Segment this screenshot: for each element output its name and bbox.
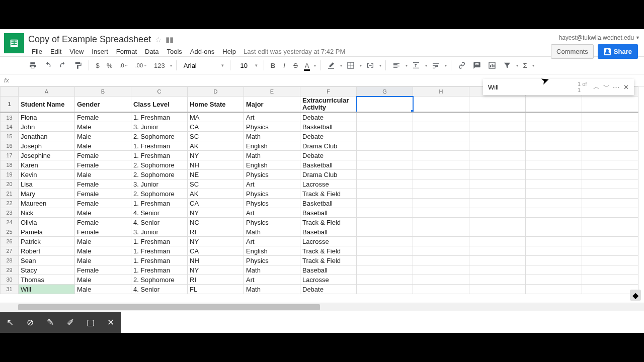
comments-button[interactable]: Comments bbox=[551, 44, 594, 59]
column-header-A[interactable]: A bbox=[19, 87, 75, 97]
cell[interactable]: NY bbox=[188, 237, 244, 246]
cell[interactable]: 2. Sophomore bbox=[131, 189, 188, 199]
text-wrap-button[interactable] bbox=[429, 59, 442, 71]
row-header[interactable]: 1 bbox=[1, 97, 19, 113]
cell[interactable]: Sean bbox=[19, 256, 75, 265]
select-all-corner[interactable] bbox=[1, 87, 19, 97]
header-cell[interactable]: ExtracurricularActivity bbox=[300, 97, 357, 113]
pen-tool-icon[interactable]: ✎ bbox=[43, 317, 58, 328]
menu-data[interactable]: Data bbox=[141, 47, 162, 56]
sheets-logo[interactable] bbox=[4, 33, 24, 53]
font-size-select[interactable] bbox=[234, 61, 260, 70]
cell[interactable]: English bbox=[244, 246, 300, 256]
cell[interactable]: Baseball bbox=[300, 208, 357, 218]
cell[interactable]: 3. Junior bbox=[131, 122, 188, 132]
cell[interactable]: Female bbox=[75, 227, 131, 237]
cell[interactable]: Female bbox=[75, 179, 131, 189]
cell[interactable]: NY bbox=[188, 151, 244, 160]
cell[interactable]: SC bbox=[188, 179, 244, 189]
cell[interactable]: English bbox=[244, 141, 300, 151]
cell[interactable]: Female bbox=[75, 160, 131, 170]
cell[interactable]: Art bbox=[244, 237, 300, 246]
cell[interactable]: Male bbox=[75, 208, 131, 218]
undo-icon[interactable] bbox=[41, 59, 54, 71]
menu-file[interactable]: File bbox=[28, 47, 46, 56]
cell[interactable]: 1. Freshman bbox=[131, 265, 188, 275]
star-icon[interactable]: ☆ bbox=[155, 35, 162, 44]
row-header[interactable]: 23 bbox=[1, 208, 19, 218]
cell[interactable]: Female bbox=[75, 199, 131, 208]
cell[interactable]: NE bbox=[188, 170, 244, 179]
cell[interactable]: Will bbox=[19, 285, 75, 294]
cell[interactable]: Female bbox=[75, 151, 131, 160]
row-header[interactable]: 26 bbox=[1, 237, 19, 246]
cell[interactable]: Male bbox=[75, 246, 131, 256]
cell[interactable]: NH bbox=[188, 160, 244, 170]
cell[interactable]: 1. Freshman bbox=[131, 256, 188, 265]
font-select[interactable] bbox=[181, 61, 226, 70]
strikethrough-button[interactable]: S bbox=[291, 60, 300, 71]
cell[interactable]: Track & Field bbox=[300, 189, 357, 199]
column-header-H[interactable]: H bbox=[413, 87, 469, 97]
cell[interactable]: Joseph bbox=[19, 141, 75, 151]
cell[interactable]: 1. Freshman bbox=[131, 246, 188, 256]
italic-button[interactable]: I bbox=[280, 60, 289, 71]
cell[interactable]: Art bbox=[244, 208, 300, 218]
row-header[interactable]: 27 bbox=[1, 246, 19, 256]
cell[interactable]: Nick bbox=[19, 208, 75, 218]
borders-button[interactable] bbox=[344, 59, 357, 71]
row-header[interactable]: 21 bbox=[1, 189, 19, 199]
cell[interactable]: Maureen bbox=[19, 199, 75, 208]
cell[interactable]: 2. Sophomore bbox=[131, 275, 188, 285]
header-cell[interactable]: Major bbox=[244, 97, 300, 113]
cell[interactable]: Olivia bbox=[19, 218, 75, 227]
cell[interactable]: Math bbox=[244, 227, 300, 237]
menu-format[interactable]: Format bbox=[113, 47, 140, 56]
cell[interactable]: Math bbox=[244, 132, 300, 141]
percent-button[interactable]: % bbox=[104, 60, 115, 71]
horizontal-align-button[interactable] bbox=[390, 59, 403, 71]
cell[interactable]: NH bbox=[188, 256, 244, 265]
cell[interactable]: Male bbox=[75, 237, 131, 246]
cell[interactable]: Track & Field bbox=[300, 246, 357, 256]
cell[interactable]: 1. Freshman bbox=[131, 141, 188, 151]
number-format-button[interactable]: 123 bbox=[151, 60, 168, 71]
cell[interactable]: 3. Junior bbox=[131, 179, 188, 189]
cell[interactable]: Robert bbox=[19, 246, 75, 256]
cell[interactable]: Lisa bbox=[19, 179, 75, 189]
row-header[interactable]: 30 bbox=[1, 275, 19, 285]
row-header[interactable]: 18 bbox=[1, 160, 19, 170]
cell[interactable]: Lacrosse bbox=[300, 237, 357, 246]
cell[interactable]: 3. Junior bbox=[131, 227, 188, 237]
horizontal-scrollbar[interactable] bbox=[0, 303, 644, 311]
cell[interactable]: Art bbox=[244, 113, 300, 122]
row-header[interactable]: 24 bbox=[1, 218, 19, 227]
cell[interactable]: RI bbox=[188, 227, 244, 237]
header-cell[interactable]: Home State bbox=[188, 97, 244, 113]
cell[interactable]: Art bbox=[244, 179, 300, 189]
paint-format-icon[interactable] bbox=[71, 59, 85, 71]
column-header-D[interactable]: D bbox=[188, 87, 244, 97]
header-cell[interactable]: Class Level bbox=[131, 97, 188, 113]
row-header[interactable]: 31 bbox=[1, 285, 19, 294]
currency-button[interactable]: $ bbox=[93, 60, 102, 71]
redo-icon[interactable] bbox=[56, 59, 69, 71]
cell[interactable]: Math bbox=[244, 265, 300, 275]
cell[interactable]: Male bbox=[75, 122, 131, 132]
cell[interactable]: Jonathan bbox=[19, 132, 75, 141]
explore-button[interactable]: ◆ bbox=[630, 290, 641, 301]
cell[interactable]: Math bbox=[244, 151, 300, 160]
cell[interactable]: 1. Freshman bbox=[131, 199, 188, 208]
header-cell[interactable]: Student Name bbox=[19, 97, 75, 113]
cell[interactable]: Math bbox=[244, 285, 300, 294]
cell[interactable]: Pamela bbox=[19, 227, 75, 237]
cell[interactable]: Basketball bbox=[300, 122, 357, 132]
cell[interactable]: 1. Freshman bbox=[131, 237, 188, 246]
pointer-tool-icon[interactable]: ↖ bbox=[3, 317, 18, 328]
cell[interactable]: NY bbox=[188, 265, 244, 275]
selected-cell[interactable] bbox=[357, 97, 413, 113]
find-more-button[interactable]: ⋯ bbox=[611, 81, 621, 93]
share-button[interactable]: Share bbox=[598, 44, 638, 59]
cell[interactable]: Mary bbox=[19, 189, 75, 199]
row-header[interactable]: 29 bbox=[1, 265, 19, 275]
